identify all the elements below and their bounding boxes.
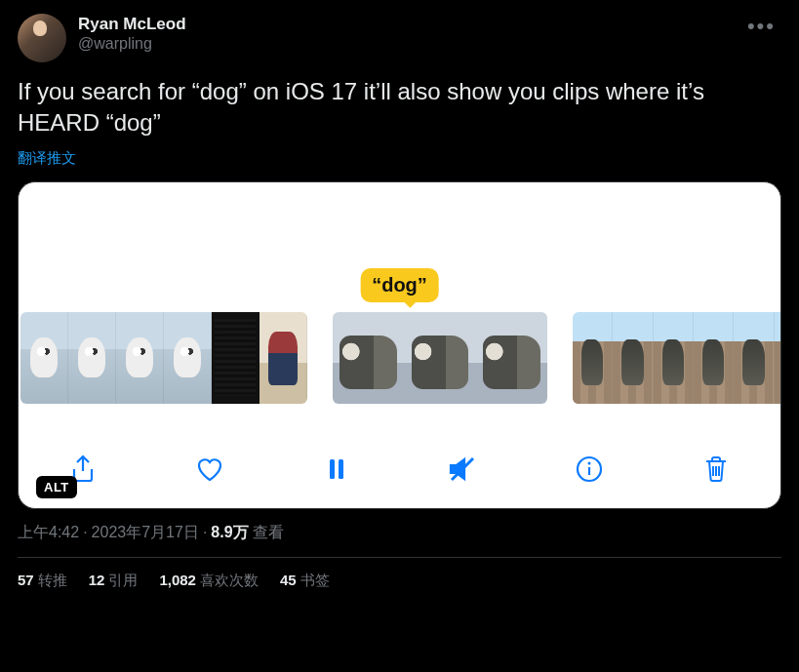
views-label: 查看: [253, 524, 284, 540]
tweet-container: Ryan McLeod @warpling ••• If you search …: [0, 0, 799, 600]
tweet-meta: 上午4:42·2023年7月17日·8.9万 查看: [18, 523, 781, 543]
stats-row: 57转推 12引用 1,082喜欢次数 45书签: [18, 558, 781, 590]
tweet-time[interactable]: 上午4:42: [18, 524, 79, 540]
tweet-text: If you search for “dog” on iOS 17 it’ll …: [18, 76, 781, 139]
clip-frame: [116, 312, 164, 404]
author-block[interactable]: Ryan McLeod @warpling: [78, 14, 186, 54]
clip-frame: [164, 312, 212, 404]
pause-icon[interactable]: [319, 452, 354, 487]
clip-frame: [212, 312, 260, 404]
translate-link[interactable]: 翻译推文: [18, 149, 76, 168]
video-timeline[interactable]: [19, 312, 780, 404]
avatar[interactable]: [18, 14, 66, 62]
views-count: 8.9万: [211, 524, 248, 540]
heart-icon[interactable]: [192, 452, 227, 487]
media-card[interactable]: “dog”: [18, 181, 781, 509]
clip-frame: [68, 312, 116, 404]
tweet-date[interactable]: 2023年7月17日: [92, 524, 199, 540]
clip-frame: [476, 312, 547, 404]
svg-rect-0: [330, 459, 335, 479]
trash-icon[interactable]: [699, 452, 734, 487]
retweets-stat[interactable]: 57转推: [18, 572, 67, 590]
clip-frame: [613, 312, 653, 404]
more-icon[interactable]: •••: [741, 14, 781, 39]
media-toolbar: [19, 452, 780, 487]
clip-frame: [260, 312, 307, 404]
svg-rect-1: [339, 459, 343, 479]
bookmarks-stat[interactable]: 45书签: [280, 572, 330, 590]
clip-frame: [694, 312, 734, 404]
info-icon[interactable]: [572, 452, 607, 487]
clip-frame: [573, 312, 613, 404]
clip-frame: [404, 312, 475, 404]
clip-group[interactable]: [333, 312, 547, 404]
search-term-bubble: “dog”: [360, 268, 439, 302]
clip-frame: [654, 312, 694, 404]
mute-icon[interactable]: [445, 452, 480, 487]
quotes-stat[interactable]: 12引用: [89, 572, 139, 590]
alt-badge[interactable]: ALT: [36, 476, 77, 498]
likes-stat[interactable]: 1,082喜欢次数: [159, 572, 259, 590]
clip-frame: [333, 312, 404, 404]
svg-point-4: [588, 461, 591, 464]
handle: @warpling: [78, 34, 186, 54]
display-name: Ryan McLeod: [78, 14, 186, 34]
clip-frame: [734, 312, 774, 404]
tweet-header: Ryan McLeod @warpling •••: [18, 14, 781, 62]
clip-group[interactable]: [573, 312, 781, 404]
clip-group[interactable]: [20, 312, 307, 404]
clip-frame: [775, 312, 781, 404]
clip-frame: [20, 312, 68, 404]
